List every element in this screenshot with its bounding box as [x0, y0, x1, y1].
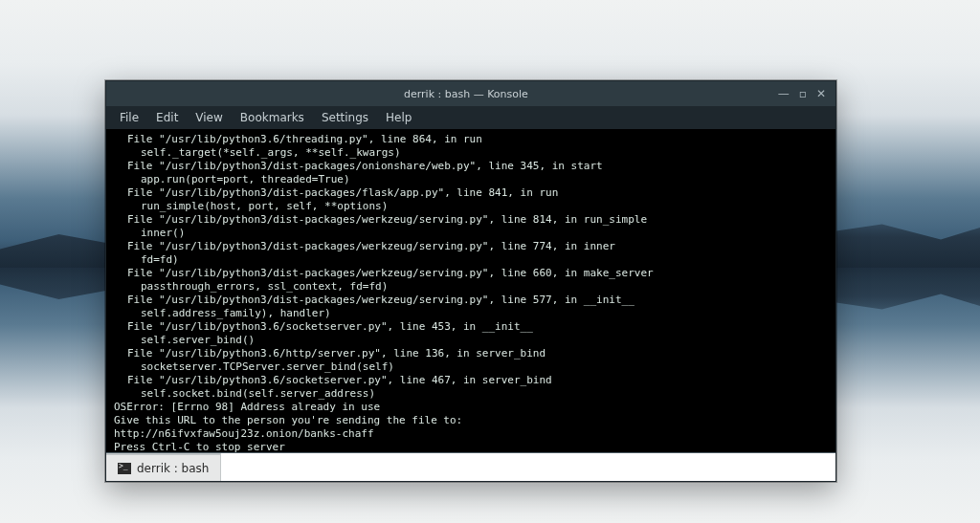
- menu-edit[interactable]: Edit: [148, 108, 186, 127]
- terminal-line: self.socket.bind(self.server_address): [114, 387, 828, 401]
- terminal-line: File "/usr/lib/python3/dist-packages/oni…: [114, 160, 828, 173]
- tab-label: derrik : bash: [137, 462, 209, 475]
- konsole-window: derrik : bash — Konsole — ▫ ✕ File Edit …: [105, 80, 836, 482]
- menu-bookmarks[interactable]: Bookmarks: [233, 108, 312, 127]
- terminal-line: run_simple(host, port, self, **options): [114, 200, 828, 213]
- terminal-line: File "/usr/lib/python3.6/socketserver.py…: [114, 320, 828, 334]
- menu-settings[interactable]: Settings: [314, 108, 376, 127]
- terminal-line: app.run(port=port, threaded=True): [114, 173, 828, 186]
- terminal-line: passthrough_errors, ssl_context, fd=fd): [114, 280, 828, 294]
- window-titlebar[interactable]: derrik : bash — Konsole — ▫ ✕: [106, 81, 835, 106]
- terminal-line: OSError: [Errno 98] Address already in u…: [114, 401, 828, 414]
- terminal-line: File "/usr/lib/python3.6/threading.py", …: [114, 133, 828, 146]
- terminal-line: File "/usr/lib/python3.6/http/server.py"…: [114, 347, 828, 360]
- terminal-line: File "/usr/lib/python3/dist-packages/wer…: [114, 294, 828, 307]
- window-title: derrik : bash — Konsole: [164, 88, 768, 100]
- terminal-line: File "/usr/lib/python3/dist-packages/wer…: [114, 213, 828, 227]
- desktop-wallpaper: derrik : bash — Konsole — ▫ ✕ File Edit …: [0, 0, 980, 523]
- terminal-line: self.server_bind(): [114, 334, 828, 347]
- terminal-output[interactable]: File "/usr/lib/python3.6/threading.py", …: [106, 129, 835, 452]
- menu-help[interactable]: Help: [378, 108, 419, 127]
- menubar: File Edit View Bookmarks Settings Help: [106, 106, 835, 129]
- terminal-line: File "/usr/lib/python3/dist-packages/fla…: [114, 186, 828, 200]
- minimize-icon[interactable]: —: [778, 87, 790, 100]
- terminal-line: fd=fd): [114, 253, 828, 267]
- terminal-line: File "/usr/lib/python3/dist-packages/wer…: [114, 240, 828, 253]
- menu-view[interactable]: View: [188, 108, 230, 127]
- terminal-line: File "/usr/lib/python3.6/socketserver.py…: [114, 374, 828, 387]
- terminal-line: File "/usr/lib/python3/dist-packages/wer…: [114, 267, 828, 280]
- close-icon[interactable]: ✕: [816, 87, 826, 100]
- terminal-line: inner(): [114, 227, 828, 240]
- terminal-icon: [118, 463, 131, 474]
- terminal-line: socketserver.TCPServer.server_bind(self): [114, 360, 828, 374]
- maximize-icon[interactable]: ▫: [799, 87, 807, 100]
- terminal-line: http://n6ifvxfaw5ouj23z.onion/banks-chaf…: [114, 427, 828, 441]
- terminal-line: Give this URL to the person you're sendi…: [114, 414, 828, 427]
- terminal-line: self.address_family), handler): [114, 307, 828, 320]
- menu-file[interactable]: File: [112, 108, 146, 127]
- terminal-line: Press Ctrl-C to stop server: [114, 441, 828, 452]
- tab-bar: derrik : bash: [106, 452, 835, 481]
- terminal-line: self._target(*self._args, **self._kwargs…: [114, 146, 828, 160]
- tab-session-0[interactable]: derrik : bash: [106, 453, 221, 481]
